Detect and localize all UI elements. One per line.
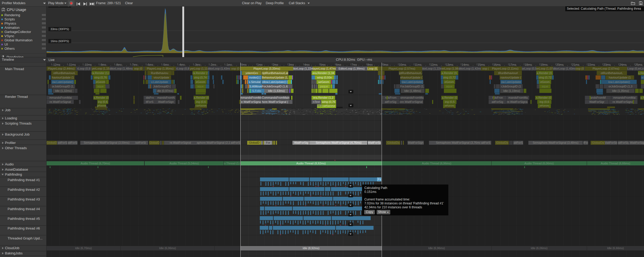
svg-text:CPU: CPU xyxy=(2,10,5,12)
